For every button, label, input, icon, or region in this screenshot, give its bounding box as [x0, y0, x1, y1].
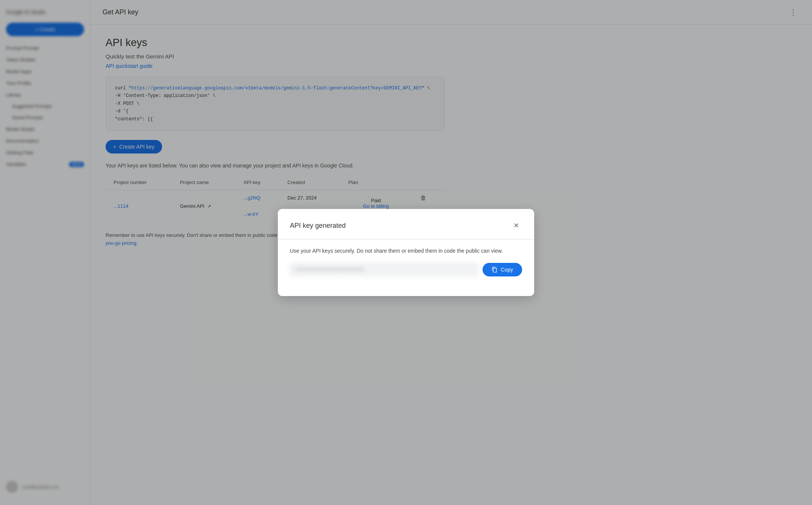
api-key-display: ••••••••••••••••••••••••••••••••••••••••	[290, 262, 478, 276]
copy-icon	[492, 267, 498, 273]
copy-button[interactable]: Copy	[483, 263, 522, 276]
api-key-modal: API key generated ✕ Use your API keys se…	[278, 209, 534, 296]
modal-key-row: ••••••••••••••••••••••••••••••••••••••••…	[290, 262, 522, 276]
modal-overlay[interactable]: API key generated ✕ Use your API keys se…	[0, 0, 812, 505]
modal-body: Use your API keys securely. Do not share…	[290, 247, 522, 276]
modal-title: API key generated	[290, 222, 346, 230]
copy-button-label: Copy	[501, 267, 513, 273]
modal-header: API key generated ✕	[290, 219, 522, 232]
modal-divider	[278, 239, 534, 239]
modal-close-button[interactable]: ✕	[510, 219, 522, 232]
modal-warning-text: Use your API keys securely. Do not share…	[290, 247, 522, 255]
